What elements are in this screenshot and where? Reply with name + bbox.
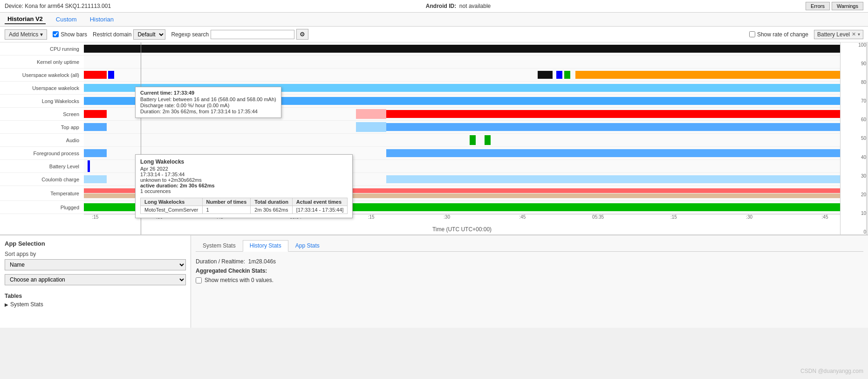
row-bars-audio[interactable] [84,134,840,146]
row-label-plugged: Plugged [0,205,84,210]
wakelock-table-row: MotoTest_CommServer 1 2m 30s 662ms [17:3… [141,206,348,214]
stats-section: System Stats History Stats App Stats Dur… [191,235,868,328]
battery-level-close[interactable]: ✕ [852,31,856,37]
dropdown-arrow-icon: ▾ [40,31,43,38]
row-label-audio: Audio [0,138,84,143]
stats-tabs: System Stats History Stats App Stats [196,240,863,252]
toolbar: Add Metrics ▾ Show bars Restrict domain … [0,27,868,42]
tab-bar: Historian V2 Custom Historian [0,13,868,27]
gear-button[interactable]: ⚙ [296,29,308,40]
tab-app-stats[interactable]: App Stats [288,240,327,251]
tooltip-line2: Discharge rate: 0.00 %/ hour (0.00 mA) [140,103,276,108]
y-tick-0: 0 [842,229,866,234]
app-selection-panel: App Selection Sort apps by Name Choose a… [0,235,191,328]
tables-title: Tables [5,293,186,299]
tooltip-title: Current time: 17:33:49 [140,90,276,96]
wakelock-app-name: MotoTest_CommServer [141,206,203,214]
row-label-top-app: Top app [0,124,84,130]
table-row: Plugged [0,201,840,214]
y-tick-20: 20 [842,192,866,197]
tab-custom[interactable]: Custom [53,15,80,24]
add-metrics-button[interactable]: Add Metrics ▾ [5,29,47,40]
tab-historian[interactable]: Historian [87,15,116,24]
errors-button[interactable]: Errors [806,2,830,10]
row-label-userspace: Userspace wakelock [0,85,84,91]
wakelock-col-actual: Actual event times [292,198,348,206]
top-right-buttons: Errors Warnings [806,2,863,10]
x-label: :15 [92,214,98,220]
table-row: Battery Level [0,160,840,173]
show-metrics-checkbox[interactable] [196,277,202,283]
tab-historian-v2[interactable]: Historian V2 [5,14,46,24]
show-rate-toggle: Show rate of change [749,31,808,38]
tooltip-line3: Duration: 2m 30s 662ms, from 17:33:14 to… [140,109,276,114]
tooltip-line1: Battery Level: between 16 and 16 (568.00… [140,96,276,102]
y-tick-40: 40 [842,155,866,160]
row-bars-cpu[interactable] [84,42,840,55]
sort-apps-select[interactable]: Name [5,259,186,270]
wakelock-actual-times: [17:33:14 - 17:35:44] [292,206,348,214]
show-rate-checkbox[interactable] [749,31,755,37]
wakelock-title: Long Wakelocks [140,158,348,165]
battery-level-chevron[interactable]: ▾ [858,32,860,37]
table-row: CPU running [0,42,840,55]
list-item[interactable]: ▶ System Stats [5,301,186,308]
chart-container: CPU running Kernel only uptime Userspace… [0,42,840,234]
sort-apps-label: Sort apps by [5,251,186,257]
row-label-coulomb: Coulomb charge [0,177,84,182]
chart-rows: CPU running Kernel only uptime Userspace… [0,42,840,214]
row-label-battery: Battery Level [0,164,84,169]
x-label: :15 [368,214,375,220]
battery-tooltip: Current time: 17:33:49 Battery Level: be… [135,87,281,118]
y-tick-60: 60 [842,117,866,122]
wakelock-occurrences: 1 occurences [140,188,348,194]
row-label-long-wakelocks: Long Wakelocks [0,98,84,104]
triangle-icon: ▶ [5,302,8,307]
row-bars-userspace-all[interactable] [84,69,840,81]
battery-sidebar: Battery Level [866,42,868,234]
show-metrics-label: Show metrics with 0 values. [205,277,273,283]
table-row: Top app [0,121,840,134]
row-bars-top-app[interactable] [84,121,840,133]
show-metrics-row: Show metrics with 0 values. [196,277,863,283]
y-tick-90: 90 [842,61,866,66]
wakelock-total-dur: 2m 30s 662ms [251,206,293,214]
row-label-temperature: Temperature [0,191,84,196]
choose-app-select[interactable]: Choose an application [5,274,186,285]
table-row: Screen [0,108,840,121]
row-bars-kernel[interactable] [84,55,840,68]
wakelock-table: Long Wakelocks Number of times Total dur… [140,198,348,214]
table-item-label: System Stats [10,301,43,308]
wakelock-col-name: Long Wakelocks [141,198,203,206]
table-row: Userspace wakelock (all) [0,69,840,82]
table-row: Kernel only uptime [0,55,840,69]
warnings-button[interactable]: Warnings [832,2,863,10]
table-row: Long Wakelocks [0,95,840,108]
row-label-kernel: Kernel only uptime [0,59,84,65]
tab-history-stats[interactable]: History Stats [243,240,288,252]
restrict-domain-select[interactable]: Default [133,29,165,40]
regexp-input[interactable] [211,30,294,39]
y-axis: 100 90 80 70 60 50 40 30 20 10 0 [840,42,868,234]
battery-level-badge: Battery Level ✕ ▾ [814,30,863,39]
gear-icon: ⚙ [300,31,305,38]
tab-system-stats[interactable]: System Stats [196,240,243,251]
main-chart-area: CPU running Kernel only uptime Userspace… [0,42,868,234]
x-label: 05:35 [592,214,604,220]
y-tick-30: 30 [842,173,866,179]
x-label: :45 [822,214,828,220]
stats-content: Duration / Realtime: 1m28.046s Aggregate… [196,256,863,285]
app-selection-title: App Selection [5,240,186,247]
tables-section: Tables ▶ System Stats [5,293,186,308]
duration-line: Duration / Realtime: 1m28.046s [196,258,863,265]
device-info: Device: Kona for arm64 SKQ1.211113.001 [5,3,111,9]
x-axis-title: Time (UTC UTC+00:00) [0,224,840,234]
wakelock-popup: Long Wakelocks Apr 26 2022 17:33:14 - 17… [135,154,353,218]
y-tick-80: 80 [842,80,866,85]
table-row: Userspace wakelock [0,82,840,95]
wakelock-col-times: Number of times [202,198,251,206]
y-tick-50: 50 [842,136,866,141]
show-bars-checkbox[interactable] [53,31,59,37]
x-label: :45 [519,214,526,220]
wakelock-date: Apr 26 2022 [140,166,348,172]
